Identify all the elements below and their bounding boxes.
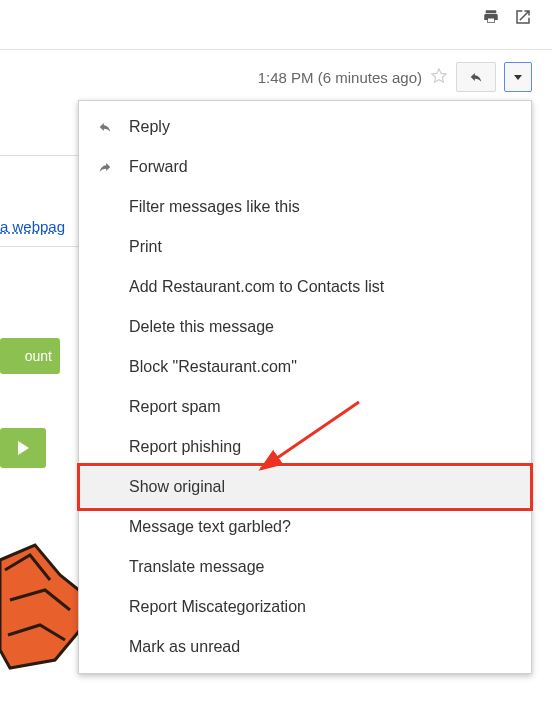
menu-item-label: Block "Restaurant.com" — [129, 358, 297, 376]
menu-item-report-spam[interactable]: Report spam — [79, 387, 531, 427]
menu-item-label: Delete this message — [129, 318, 274, 336]
menu-item-label: Show original — [129, 478, 225, 496]
menu-item-show-original[interactable]: Show original — [79, 467, 531, 507]
more-actions-menu: ReplyForwardFilter messages like thisPri… — [78, 100, 532, 674]
play-icon — [18, 441, 29, 455]
menu-item-filter-messages-like-this[interactable]: Filter messages like this — [79, 187, 531, 227]
link-fragment[interactable]: a webpag — [0, 218, 88, 235]
divider — [0, 155, 88, 156]
menu-item-report-phishing[interactable]: Report phishing — [79, 427, 531, 467]
menu-item-label: Filter messages like this — [129, 198, 300, 216]
menu-item-forward[interactable]: Forward — [79, 147, 531, 187]
green-button-fragment[interactable]: ount — [0, 338, 60, 374]
open-new-window-icon[interactable] — [514, 8, 532, 29]
print-icon[interactable] — [482, 8, 500, 29]
menu-item-label: Message text garbled? — [129, 518, 291, 536]
menu-item-print[interactable]: Print — [79, 227, 531, 267]
menu-item-label: Forward — [129, 158, 188, 176]
menu-item-label: Report phishing — [129, 438, 241, 456]
menu-item-add-restaurant-com-to-contacts-list[interactable]: Add Restaurant.com to Contacts list — [79, 267, 531, 307]
menu-item-translate-message[interactable]: Translate message — [79, 547, 531, 587]
reply-button[interactable] — [456, 62, 496, 92]
menu-item-message-text-garbled[interactable]: Message text garbled? — [79, 507, 531, 547]
menu-item-label: Add Restaurant.com to Contacts list — [129, 278, 384, 296]
menu-item-label: Report spam — [129, 398, 221, 416]
menu-item-delete-this-message[interactable]: Delete this message — [79, 307, 531, 347]
illustration-fragment — [0, 540, 85, 670]
forward-icon — [95, 160, 115, 174]
divider — [0, 246, 88, 247]
menu-item-block-restaurant-com[interactable]: Block "Restaurant.com" — [79, 347, 531, 387]
menu-item-label: Print — [129, 238, 162, 256]
more-actions-button[interactable] — [504, 62, 532, 92]
menu-item-label: Report Miscategorization — [129, 598, 306, 616]
timestamp: 1:48 PM (6 minutes ago) — [258, 69, 422, 86]
green-button-label: ount — [25, 348, 52, 364]
play-button[interactable] — [0, 428, 46, 468]
chevron-down-icon — [514, 75, 522, 80]
divider — [0, 49, 552, 50]
star-icon[interactable] — [430, 67, 448, 88]
reply-icon — [95, 120, 115, 134]
menu-item-mark-as-unread[interactable]: Mark as unread — [79, 627, 531, 667]
message-meta-row: 1:48 PM (6 minutes ago) — [258, 62, 532, 92]
menu-item-label: Reply — [129, 118, 170, 136]
menu-item-label: Mark as unread — [129, 638, 240, 656]
menu-item-report-miscategorization[interactable]: Report Miscategorization — [79, 587, 531, 627]
menu-item-reply[interactable]: Reply — [79, 107, 531, 147]
menu-item-label: Translate message — [129, 558, 264, 576]
